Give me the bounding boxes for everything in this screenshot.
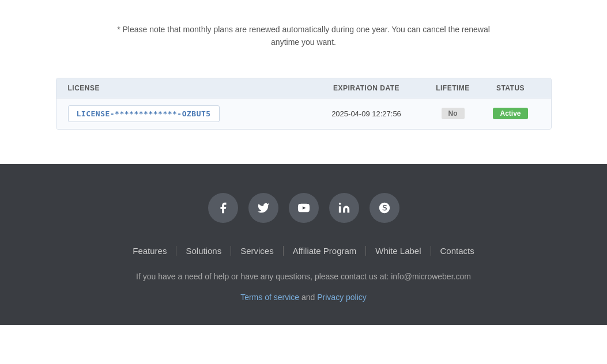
footer-nav: Features Solutions Services Affiliate Pr… [12, 246, 595, 256]
table-header: LICENSE EXPIRATION DATE LIFETIME STATUS [56, 78, 551, 98]
footer-nav-services[interactable]: Services [231, 246, 284, 256]
col-header-license: LICENSE [68, 84, 309, 92]
footer-nav-features[interactable]: Features [123, 246, 176, 256]
footer-nav-solutions[interactable]: Solutions [176, 246, 231, 256]
twitter-icon [257, 202, 270, 214]
skype-icon-link[interactable] [370, 193, 399, 223]
expiration-cell: 2025-04-09 12:27:56 [309, 109, 424, 118]
lifetime-cell: No [424, 108, 482, 119]
svg-point-1 [338, 203, 341, 205]
footer-nav-contacts[interactable]: Contacts [431, 246, 484, 256]
status-cell: Active [482, 108, 540, 119]
col-header-status: STATUS [482, 84, 540, 92]
col-header-expiration: EXPIRATION DATE [309, 84, 424, 92]
top-section: * Please note that monthly plans are ren… [0, 0, 607, 164]
skype-icon [378, 202, 391, 214]
notice-text: * Please note that monthly plans are ren… [108, 23, 500, 49]
facebook-icon [217, 202, 229, 214]
col-header-lifetime: LIFETIME [424, 84, 482, 92]
lifetime-badge: No [442, 108, 465, 119]
linkedin-icon [338, 202, 350, 214]
license-cell: license-*************-oZbuT5 [68, 105, 309, 122]
footer-legal-links: Terms of service and Privacy policy [12, 293, 595, 302]
linkedin-icon-link[interactable] [329, 193, 359, 223]
youtube-icon [297, 202, 310, 214]
facebook-icon-link[interactable] [208, 193, 238, 223]
youtube-icon-link[interactable] [289, 193, 319, 223]
terms-of-service-link[interactable]: Terms of service [240, 293, 299, 302]
privacy-policy-link[interactable]: Privacy policy [317, 293, 367, 302]
license-table: LICENSE EXPIRATION DATE LIFETIME STATUS … [56, 78, 552, 130]
status-badge: Active [493, 108, 527, 119]
footer: Features Solutions Services Affiliate Pr… [0, 164, 607, 325]
and-text: and [301, 293, 317, 302]
twitter-icon-link[interactable] [248, 193, 278, 223]
footer-nav-whitelabel[interactable]: White Label [366, 246, 431, 256]
social-icons-group [12, 193, 595, 223]
footer-nav-affiliate[interactable]: Affiliate Program [284, 246, 367, 256]
table-row: license-*************-oZbuT5 2025-04-09 … [56, 98, 551, 129]
license-key-link[interactable]: license-*************-oZbuT5 [68, 105, 220, 122]
footer-contact-text: If you have a need of help or have any q… [12, 272, 595, 281]
